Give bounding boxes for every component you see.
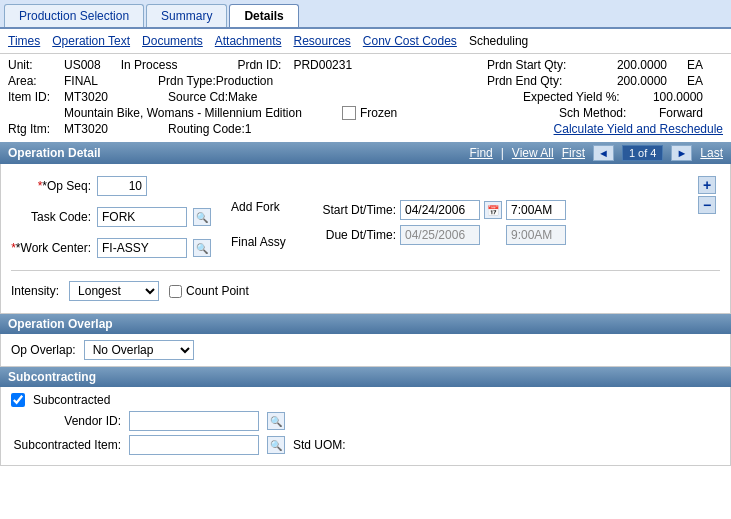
op-seq-row: **Op Seq: [11,176,211,196]
start-dt-input[interactable] [400,200,480,220]
frozen-label: Frozen [360,106,397,120]
prdn-start-qty-value: 200.0000 [617,58,667,72]
intensity-row: Intensity: Longest Shortest Specified Co… [11,277,720,305]
tab-bar: Production Selection Summary Details [0,0,731,29]
subcontract-body: Subcontracted Vendor ID: 🔍 Subcontracted… [0,387,731,466]
op-overlap-row: Op Overlap: No Overlap Overlap by Qty Ov… [11,340,720,360]
subnav-times[interactable]: Times [8,34,40,48]
source-cd-value: Make [228,90,257,104]
prdn-end-uom: EA [687,74,703,88]
vendor-search-btn[interactable]: 🔍 [267,412,285,430]
std-uom-label: Std UOM: [293,438,346,452]
tab-summary[interactable]: Summary [146,4,227,27]
work-center-search-btn[interactable]: 🔍 [193,239,211,257]
task-code-input[interactable] [97,207,187,227]
tab-production-selection[interactable]: Production Selection [4,4,144,27]
area-label: Area: [8,74,64,88]
subcontracted-item-label: Subcontracted Item: [11,438,121,452]
task-code-label: Task Code: [11,210,91,224]
start-dt-label: Start Dt/Time: [311,203,396,217]
prdn-type-label: Prdn Type: [158,74,216,88]
next-nav-btn[interactable]: ► [671,145,692,161]
subnav-conv-cost-codes[interactable]: Conv Cost Codes [363,34,457,48]
vendor-id-input[interactable] [129,411,259,431]
tab-details[interactable]: Details [229,4,298,27]
op-overlap-body: Op Overlap: No Overlap Overlap by Qty Ov… [0,334,731,367]
view-all-link[interactable]: View All [512,146,554,160]
add-row-btn[interactable]: + [698,176,716,194]
calc-yield-link[interactable]: Calculate Yield and Reschedule [554,122,723,136]
count-point-checkbox[interactable] [169,285,182,298]
status-value: In Process [121,58,178,72]
intensity-label: Intensity: [11,284,59,298]
subcontracted-item-input[interactable] [129,435,259,455]
routing-code-value: 1 [245,122,252,136]
expected-yield-label: Expected Yield %: [523,90,653,104]
op-overlap-header: Operation Overlap [0,314,731,334]
prdn-end-qty-label: Prdn End Qty: [487,74,617,88]
source-cd-label: Source Cd: [168,90,228,104]
rtg-itm-value: MT3020 [64,122,108,136]
start-time-input[interactable] [506,200,566,220]
count-point-label: Count Point [169,284,249,298]
prdn-id-label: Prdn ID: [237,58,293,72]
expected-yield-value: 100.0000 [653,90,703,104]
sch-method-value: Forward [659,106,703,120]
work-center-row: **Work Center: 🔍 [11,238,211,258]
op-overlap-select[interactable]: No Overlap Overlap by Qty Overlap by Day… [84,340,194,360]
prdn-id-value: PRD00231 [293,58,352,72]
op-detail-header: Operation Detail Find | View All First ◄… [0,142,731,164]
vendor-id-row: Vendor ID: 🔍 [11,411,720,431]
intensity-select[interactable]: Longest Shortest Specified [69,281,159,301]
due-dt-row: Due Dt/Time: [311,225,566,245]
first-link[interactable]: First [562,146,585,160]
op-detail-nav: Find | View All First ◄ 1 of 4 ► Last [469,145,723,161]
unit-value: US008 [64,58,101,72]
prdn-end-qty-value: 200.0000 [617,74,667,88]
prdn-start-qty-label: Prdn Start Qty: [487,58,617,72]
subnav: Times Operation Text Documents Attachmen… [0,29,731,54]
prdn-type-value: Production [216,74,273,88]
sch-method-label: Sch Method: [559,106,659,120]
subnav-documents[interactable]: Documents [142,34,203,48]
task-code-search-btn[interactable]: 🔍 [193,208,211,226]
remove-row-btn[interactable]: − [698,196,716,214]
subnav-operation-text[interactable]: Operation Text [52,34,130,48]
op-left-col: **Op Seq: Task Code: 🔍 **Work Center: 🔍 [11,172,211,264]
find-link[interactable]: Find [469,146,492,160]
op-mid-col: Add Fork Final Assy [221,172,301,264]
unit-label: Unit: [8,58,64,72]
subcontracted-item-search-btn[interactable]: 🔍 [267,436,285,454]
item-id-value: MT3020 [64,90,108,104]
work-center-desc: Final Assy [231,235,291,249]
op-detail-title: Operation Detail [8,146,101,160]
routing-code-label: Routing Code: [168,122,245,136]
subcontracted-checkbox[interactable] [11,393,25,407]
prdn-start-uom: EA [687,58,703,72]
last-link[interactable]: Last [700,146,723,160]
subcontracted-item-row: Subcontracted Item: 🔍 Std UOM: [11,435,720,455]
due-dt-input[interactable] [400,225,480,245]
subcontract-title: Subcontracting [8,370,96,384]
subnav-attachments[interactable]: Attachments [215,34,282,48]
op-seq-label: **Op Seq: [11,179,91,193]
work-center-label: **Work Center: [11,241,91,255]
subcontract-header: Subcontracting [0,367,731,387]
op-seq-input[interactable] [97,176,147,196]
subnav-resources[interactable]: Resources [293,34,350,48]
op-detail-body: **Op Seq: Task Code: 🔍 **Work Center: 🔍 … [0,164,731,314]
due-dt-label: Due Dt/Time: [311,228,396,242]
area-value: FINAL [64,74,98,88]
start-cal-btn[interactable]: 📅 [484,201,502,219]
frozen-checkbox[interactable] [342,106,356,120]
op-overlap-title: Operation Overlap [8,317,113,331]
prev-nav-btn[interactable]: ◄ [593,145,614,161]
due-time-input[interactable] [506,225,566,245]
task-code-desc: Add Fork [231,200,291,214]
vendor-id-label: Vendor ID: [11,414,121,428]
subcontracted-row: Subcontracted [11,393,720,407]
item-desc: Mountain Bike, Womans - Millennium Editi… [64,106,302,120]
work-center-input[interactable] [97,238,187,258]
subnav-scheduling: Scheduling [469,34,528,48]
info-section: Unit: US008 In Process Prdn ID: PRD00231… [0,54,731,142]
